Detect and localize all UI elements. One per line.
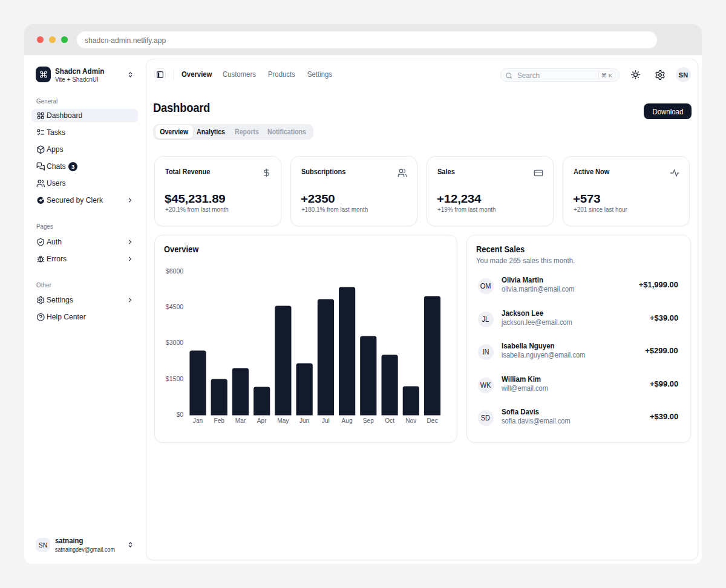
svg-text:Jan: Jan [192,417,202,425]
svg-text:Feb: Feb [214,417,224,425]
svg-text:Apr: Apr [257,417,266,425]
svg-text:Jul: Jul [321,417,329,425]
svg-text:May: May [277,417,289,425]
svg-text:Jun: Jun [299,417,309,425]
svg-text:$3000: $3000 [165,339,183,346]
svg-text:$4500: $4500 [165,303,183,310]
svg-text:Sep: Sep [362,417,373,425]
svg-text:Aug: Aug [341,417,352,425]
svg-text:$6000: $6000 [165,267,183,274]
svg-text:$0: $0 [176,410,183,417]
svg-text:Mar: Mar [235,417,246,425]
svg-text:Oct: Oct [385,417,394,425]
svg-text:Dec: Dec [427,417,438,425]
svg-text:Nov: Nov [405,417,417,425]
svg-text:$1500: $1500 [165,374,183,382]
